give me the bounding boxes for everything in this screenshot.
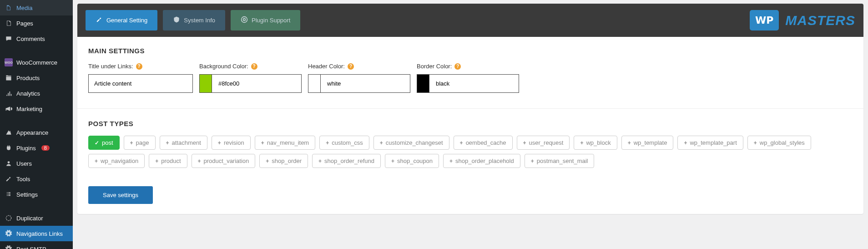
duplicator-icon xyxy=(5,214,13,222)
post-type-tag-product[interactable]: +product xyxy=(149,154,187,168)
sidebar-item-users[interactable]: Users xyxy=(0,156,73,171)
help-icon[interactable]: ? xyxy=(251,63,257,70)
sidebar-item-post-smtp[interactable]: Post SMTP xyxy=(0,241,73,249)
post-type-tag-revision[interactable]: +revision xyxy=(212,136,251,150)
help-icon[interactable]: ? xyxy=(136,63,142,70)
settings-icon xyxy=(5,190,13,198)
sidebar-item-appearance[interactable]: Appearance xyxy=(0,125,73,140)
help-icon[interactable]: ? xyxy=(454,63,461,70)
sidebar-item-media[interactable]: Media xyxy=(0,0,73,15)
sidebar-item-navigations-links[interactable]: Navigations Links xyxy=(0,226,73,241)
tab-plugin-support[interactable]: Plugin Support xyxy=(231,10,300,30)
swatch-header-color[interactable] xyxy=(308,75,321,92)
input-background-color[interactable] xyxy=(212,75,301,92)
sidebar-label: Navigations Links xyxy=(16,230,63,237)
post-type-tag-customize_changeset[interactable]: +customize_changeset xyxy=(373,136,449,150)
sidebar-item-analytics[interactable]: Analytics xyxy=(0,86,73,101)
sidebar-label: Post SMTP xyxy=(16,246,46,249)
post-type-tag-nav_menu_item[interactable]: +nav_menu_item xyxy=(255,136,316,150)
plus-icon: + xyxy=(580,140,583,146)
tag-label: page xyxy=(136,139,149,146)
logo-box: WP xyxy=(750,10,779,30)
post-type-tag-user_request[interactable]: +user_request xyxy=(517,136,570,150)
input-header-color[interactable] xyxy=(321,75,410,92)
post-type-tag-product_variation[interactable]: +product_variation xyxy=(192,154,256,168)
plus-icon: + xyxy=(155,158,158,164)
post-type-tag-wp_navigation[interactable]: +wp_navigation xyxy=(88,154,145,168)
plus-icon: + xyxy=(684,140,687,146)
plus-icon: + xyxy=(95,158,98,164)
plus-icon: + xyxy=(266,158,269,164)
sidebar-label: Media xyxy=(16,5,32,11)
post-type-tag-oembed_cache[interactable]: +oembed_cache xyxy=(454,136,513,150)
tools-icon xyxy=(5,175,13,183)
post-type-tag-attachment[interactable]: +attachment xyxy=(160,136,207,150)
tag-label: shop_order_placehold xyxy=(455,158,514,164)
plus-icon: + xyxy=(531,158,534,164)
shield-icon xyxy=(173,16,180,25)
post-type-tag-shop_order_refund[interactable]: +shop_order_refund xyxy=(312,154,381,168)
sidebar-item-woocommerce[interactable]: woo WooCommerce xyxy=(0,55,73,70)
plus-icon: + xyxy=(523,140,526,146)
input-border-color[interactable] xyxy=(429,75,519,92)
post-type-tag-wp_template[interactable]: +wp_template xyxy=(621,136,674,150)
gear-icon xyxy=(5,229,13,238)
post-type-tag-shop_coupon[interactable]: +shop_coupon xyxy=(385,154,439,168)
swatch-border-color[interactable] xyxy=(417,75,429,92)
plus-icon: + xyxy=(628,140,631,146)
plus-icon: + xyxy=(460,140,463,146)
save-settings-button[interactable]: Save settings xyxy=(88,186,153,204)
section-title-main-settings: MAIN SETTINGS xyxy=(88,47,853,55)
svg-point-3 xyxy=(243,19,246,21)
products-icon xyxy=(5,74,13,82)
label-background-color: Background Color: ? xyxy=(199,63,302,70)
post-type-tag-post[interactable]: ✓post xyxy=(88,136,120,150)
sidebar-item-marketing[interactable]: Marketing xyxy=(0,101,73,117)
sidebar-item-duplicator[interactable]: Duplicator xyxy=(0,210,73,226)
swatch-background-color[interactable] xyxy=(200,75,212,92)
tag-label: customize_changeset xyxy=(386,139,443,146)
tag-label: user_request xyxy=(529,139,564,146)
post-type-tag-shop_order_placehold[interactable]: +shop_order_placehold xyxy=(443,154,520,168)
sidebar-label: Tools xyxy=(16,176,30,183)
sidebar-label: Pages xyxy=(16,20,33,27)
tab-general-setting[interactable]: General Setting xyxy=(86,10,157,30)
help-icon[interactable]: ? xyxy=(348,63,354,70)
tag-label: wp_block xyxy=(586,139,611,146)
sidebar-label: Marketing xyxy=(16,106,42,112)
sidebar-item-pages[interactable]: Pages xyxy=(0,15,73,31)
tag-label: revision xyxy=(224,139,244,146)
sidebar-item-plugins[interactable]: Plugins 8 xyxy=(0,140,73,156)
users-icon xyxy=(5,159,13,168)
post-type-tag-wp_block[interactable]: +wp_block xyxy=(574,136,617,150)
media-icon xyxy=(5,4,13,12)
sidebar-item-tools[interactable]: Tools xyxy=(0,171,73,187)
tag-label: shop_order xyxy=(272,158,302,164)
post-type-tag-wp_global_styles[interactable]: +wp_global_styles xyxy=(747,136,811,150)
tag-label: nav_menu_item xyxy=(267,139,309,146)
marketing-icon xyxy=(5,105,13,113)
sidebar-item-settings[interactable]: Settings xyxy=(0,187,73,202)
input-title-under-links[interactable] xyxy=(88,74,193,93)
post-type-tag-shop_order[interactable]: +shop_order xyxy=(259,154,308,168)
tag-label: shop_order_refund xyxy=(324,158,374,164)
plus-icon: + xyxy=(380,140,383,146)
logo-text: MASTERS xyxy=(785,13,855,28)
tab-system-info[interactable]: System Info xyxy=(163,10,225,30)
tab-label: General Setting xyxy=(106,17,147,24)
post-type-tag-page[interactable]: +page xyxy=(124,136,156,150)
sidebar-item-products[interactable]: Products xyxy=(0,70,73,86)
plus-icon: + xyxy=(166,140,169,146)
post-type-tag-wp_template_part[interactable]: +wp_template_part xyxy=(677,136,743,150)
tag-label: wp_navigation xyxy=(101,158,138,164)
post-types-tags: ✓post+page+attachment+revision+nav_menu_… xyxy=(88,136,853,168)
tag-label: custom_css xyxy=(332,139,363,146)
pages-icon xyxy=(5,19,13,27)
sidebar-item-comments[interactable]: Comments xyxy=(0,31,73,46)
plugins-icon xyxy=(5,144,13,152)
post-type-tag-custom_css[interactable]: +custom_css xyxy=(319,136,369,150)
post-type-tag-postman_sent_mail[interactable]: +postman_sent_mail xyxy=(525,154,595,168)
plugins-badge: 8 xyxy=(41,145,50,151)
sidebar-label: Settings xyxy=(16,191,38,198)
tag-label: product xyxy=(161,158,181,164)
